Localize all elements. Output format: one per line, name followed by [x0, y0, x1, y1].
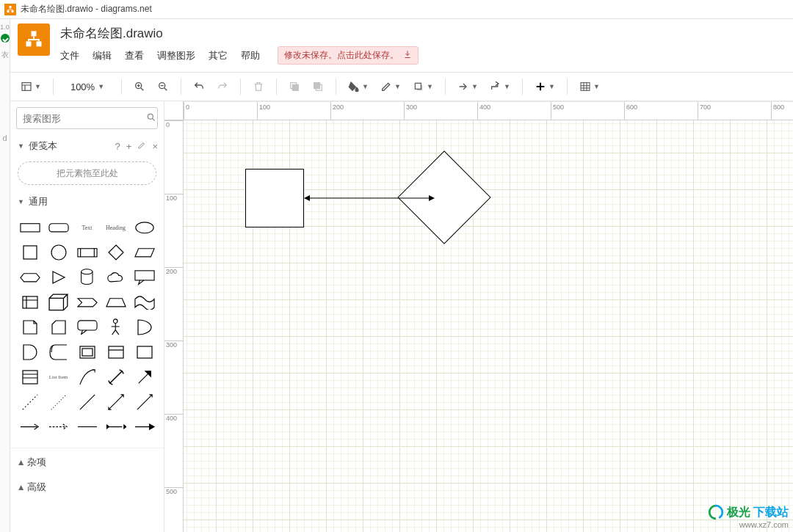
menu-help[interactable]: 帮助 — [241, 49, 260, 62]
shape-rect3[interactable] — [132, 342, 156, 362]
shape-parallelogram[interactable] — [132, 242, 156, 263]
shape-list[interactable] — [18, 367, 42, 387]
separator — [567, 79, 568, 95]
shape-connector3[interactable] — [75, 417, 99, 437]
shape-text[interactable]: Text — [75, 217, 99, 238]
svg-rect-16 — [20, 223, 39, 231]
shape-bidir-arrow[interactable] — [104, 367, 128, 387]
scratchpad-dropzone[interactable]: 把元素拖至此处 — [18, 161, 156, 185]
shape-list-item[interactable]: List Item — [46, 367, 70, 387]
misc-panel-head[interactable]: ▶ 杂项 — [10, 448, 164, 473]
canvas-connector[interactable] — [304, 197, 435, 199]
shape-cube[interactable] — [46, 292, 70, 313]
shape-rect-double[interactable] — [75, 342, 99, 362]
pencil-icon[interactable] — [137, 141, 146, 152]
waypoint-button[interactable]: ▼ — [485, 76, 515, 97]
shape-actor[interactable] — [104, 317, 128, 338]
svg-rect-30 — [137, 346, 152, 358]
left-strip: 1.0 衣 d — [0, 19, 10, 532]
shape-rect-wide[interactable] — [18, 217, 42, 238]
svg-rect-24 — [23, 296, 37, 308]
download-icon — [403, 50, 412, 61]
shape-tape[interactable] — [132, 292, 156, 313]
svg-point-15 — [148, 114, 153, 119]
shape-arrow-thin[interactable] — [132, 392, 156, 412]
insert-button[interactable]: ▼ — [530, 76, 560, 97]
canvas-area[interactable]: 0 100 200 300 400 500 600 700 800 9 0 10… — [164, 101, 793, 532]
shape-titled-rect[interactable] — [104, 342, 128, 362]
shape-connector1[interactable] — [18, 417, 42, 437]
shape-callout2[interactable] — [75, 317, 99, 338]
shape-dotted[interactable] — [46, 392, 70, 412]
app-icon — [4, 4, 16, 15]
shape-bi-arrow-thin[interactable] — [104, 392, 128, 412]
svg-rect-17 — [48, 223, 68, 231]
shape-connector5[interactable] — [132, 417, 156, 437]
svg-rect-3 — [32, 31, 37, 36]
advanced-panel-head[interactable]: ▶ 高级 — [10, 473, 164, 498]
connection-button[interactable]: ▼ — [453, 76, 482, 97]
zoom-out-button[interactable] — [153, 76, 173, 97]
menu-view[interactable]: 查看 — [125, 49, 144, 62]
to-back-button[interactable] — [308, 76, 328, 97]
shape-and[interactable] — [18, 342, 42, 362]
shape-heading[interactable]: Heading — [104, 217, 128, 238]
to-front-button[interactable] — [284, 76, 305, 97]
search-input[interactable] — [23, 113, 146, 124]
shape-or[interactable] — [132, 317, 156, 338]
canvas[interactable] — [184, 120, 793, 532]
separator — [336, 79, 336, 95]
shape-circle[interactable] — [46, 242, 70, 263]
menu-edit[interactable]: 编辑 — [93, 49, 112, 62]
shape-line[interactable] — [75, 392, 99, 412]
shape-dashed[interactable] — [18, 392, 42, 412]
menu-other[interactable]: 其它 — [209, 49, 228, 62]
shape-arrow-thick[interactable] — [132, 367, 156, 387]
shape-note[interactable] — [18, 317, 42, 338]
redo-button[interactable] — [212, 76, 233, 97]
shape-datastore[interactable] — [46, 342, 70, 362]
shape-callout[interactable] — [132, 267, 156, 288]
delete-button[interactable] — [248, 76, 269, 97]
shape-curve[interactable] — [75, 367, 99, 387]
undo-button[interactable] — [189, 76, 209, 97]
check-badge-icon — [1, 34, 10, 43]
general-panel-head[interactable]: ▼ 通用 — [10, 191, 164, 213]
menu-adjust[interactable]: 调整图形 — [157, 49, 195, 62]
shape-process[interactable] — [75, 242, 99, 263]
document-title[interactable]: 未命名绘图.drawio — [60, 25, 786, 42]
shadow-button[interactable]: ▼ — [408, 76, 438, 97]
shape-diamond[interactable] — [104, 242, 128, 263]
shape-card[interactable] — [46, 317, 70, 338]
fill-color-button[interactable]: ▼ — [344, 76, 373, 97]
shape-hexagon[interactable] — [18, 267, 42, 288]
zoom-in-button[interactable] — [129, 76, 150, 97]
shape-ellipse[interactable] — [132, 217, 156, 238]
app-logo[interactable] — [18, 23, 50, 56]
scratchpad-panel-head[interactable]: ▼ 便笺本 ? + × — [10, 135, 164, 157]
menu-file[interactable]: 文件 — [60, 49, 79, 62]
unsaved-notice[interactable]: 修改未保存。点击此处保存。 — [278, 46, 419, 65]
scratchpad-help[interactable]: ? — [115, 141, 120, 152]
line-color-button[interactable]: ▼ — [376, 76, 405, 97]
search-input-wrap[interactable] — [16, 107, 158, 129]
canvas-rectangle-node[interactable] — [245, 169, 304, 227]
zoom-select[interactable]: 100%▼ — [61, 81, 114, 92]
separator — [276, 79, 277, 95]
shape-connector4[interactable] — [104, 417, 128, 437]
shape-rounded-rect[interactable] — [46, 217, 70, 238]
shape-triangle[interactable] — [46, 267, 70, 288]
shape-trapezoid[interactable] — [104, 292, 128, 313]
svg-rect-29 — [109, 346, 123, 358]
scratchpad-add[interactable]: + — [126, 141, 132, 152]
shape-square[interactable] — [18, 242, 42, 263]
shape-cylinder[interactable] — [75, 267, 99, 288]
shape-step[interactable] — [75, 292, 99, 313]
view-mode-button[interactable]: ▼ — [16, 76, 46, 97]
shape-connector2[interactable] — [46, 417, 70, 437]
scratchpad-close[interactable]: × — [152, 141, 158, 152]
shape-internal-storage[interactable] — [18, 292, 42, 313]
table-button[interactable]: ▼ — [575, 76, 604, 97]
search-icon — [146, 112, 156, 125]
shape-cloud[interactable] — [104, 267, 128, 288]
